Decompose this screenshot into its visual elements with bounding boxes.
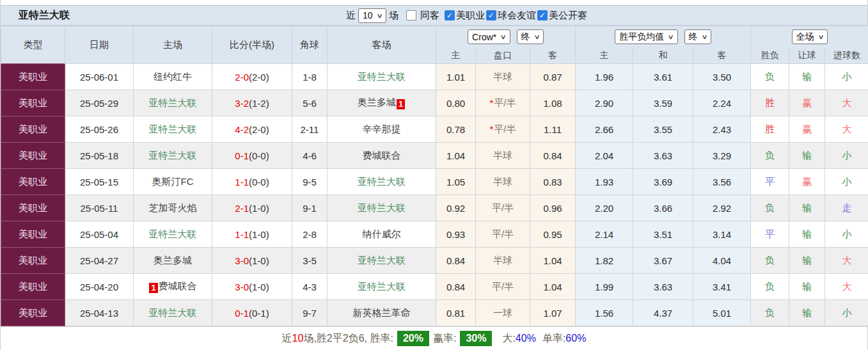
header-corner: 角球	[292, 26, 327, 64]
home-team-link[interactable]: 亚特兰大联	[149, 228, 197, 239]
handicap-line-cell: *平/半	[476, 90, 530, 116]
company-select-value: Crow*	[472, 32, 496, 42]
europe-time-select[interactable]: 终 ∨	[684, 29, 711, 44]
league-filter-label-friendly: 球会友谊	[498, 10, 536, 22]
scope-select[interactable]: 全场 ∨	[792, 29, 828, 44]
europe-home-odds: 2.14	[576, 221, 633, 248]
half-score: (1-0)	[249, 229, 269, 240]
same-away-checkbox[interactable]	[406, 10, 416, 20]
home-team-link[interactable]: 亚特兰大联	[149, 123, 197, 134]
league-filter-checkbox-friendly[interactable]: ✓	[486, 10, 496, 20]
europe-home-odds: 2.90	[576, 90, 633, 116]
home-team-link[interactable]: 费城联合	[159, 280, 197, 291]
asia-away-odds: 0.96	[530, 195, 576, 221]
league-filter-checkbox-open-cup[interactable]: ✓	[537, 10, 548, 20]
match-row: 美职业25-05-29亚特兰大联3-2(1-2)5-6奥兰多城10.80*平/半…	[1, 90, 868, 116]
recent-count-select[interactable]: 10 ∨	[358, 8, 386, 23]
europe-away-odds: 3.56	[693, 169, 751, 195]
home-team-link[interactable]: 亚特兰大联	[149, 150, 197, 161]
handicap-line-cell: 半球	[476, 248, 530, 274]
handicap-result-cell: 输	[789, 64, 825, 90]
europe-odds-header: 胜平负均值 ∨ 终 ∨	[576, 26, 751, 48]
away-team-link[interactable]: 辛辛那提	[363, 123, 401, 134]
company-time-value: 终	[521, 31, 530, 43]
away-team-link[interactable]: 亚特兰大联	[358, 71, 406, 82]
match-row: 美职业25-05-18亚特兰大联0-1(0-0)4-6费城联合1.04半球0.8…	[1, 143, 868, 169]
home-team-link[interactable]: 奥斯汀FC	[152, 176, 194, 187]
outcome-cell: 负	[751, 300, 789, 326]
europe-home-odds: 1.56	[576, 300, 633, 326]
league-cell: 美职业	[1, 195, 65, 221]
league-cell: 美职业	[1, 143, 65, 169]
league-filter-checkbox-mls[interactable]: ✓	[445, 10, 455, 20]
corner-cell: 9-1	[292, 195, 327, 221]
home-team-link[interactable]: 奥兰多城	[154, 255, 192, 266]
asia-home-odds: 0.92	[436, 195, 476, 221]
match-row: 美职业25-06-01纽约红牛2-0(2-0)1-8亚特兰大联1.01半球0.8…	[1, 64, 868, 90]
league-cell: 美职业	[1, 64, 65, 90]
single-rate-value: 60%	[565, 333, 586, 344]
league-filter-label-mls: 美职业	[456, 10, 485, 22]
score-cell: 0-1(0-0)	[212, 143, 292, 169]
company-select[interactable]: Crow* ∨	[468, 29, 510, 44]
asia-away-odds: 1.07	[530, 300, 576, 326]
goals-result-cell: 小	[825, 143, 868, 169]
filter-controls: 近 10 ∨ 场 同客 ✓ 美职业 ✓ 球会友谊 ✓ 美公开赛	[343, 6, 587, 25]
handicap-result-cell: 输	[789, 143, 825, 169]
handicap-line-cell: 一球	[476, 300, 530, 326]
recent-label: 近	[346, 10, 356, 22]
home-team-link[interactable]: 亚特兰大联	[149, 307, 197, 318]
home-team-cell: 亚特兰大联	[134, 90, 212, 116]
scope-select-value: 全场	[796, 31, 814, 43]
home-team-link[interactable]: 芝加哥火焰	[149, 202, 197, 213]
header-date: 日期	[65, 26, 134, 64]
header-type: 类型	[1, 26, 65, 64]
europe-draw-odds: 3.63	[633, 274, 693, 300]
away-team-link[interactable]: 新英格兰革命	[353, 307, 411, 318]
goals-result-cell: 小	[825, 300, 868, 326]
away-team-link[interactable]: 亚特兰大联	[358, 202, 406, 213]
away-team-link[interactable]: 费城联合	[363, 150, 401, 161]
match-row: 美职业25-04-201费城联合3-0(1-0)4-3亚特兰大联0.84平/半1…	[1, 274, 868, 300]
big-rate-label: 大:	[502, 332, 515, 346]
full-score: 0-1	[235, 308, 249, 319]
home-team-cell: 奥斯汀FC	[134, 169, 212, 195]
score-cell: 2-0(2-0)	[212, 64, 292, 90]
date-cell: 25-05-18	[65, 143, 134, 169]
header-asia-away: 客	[530, 48, 576, 64]
away-team-link[interactable]: 亚特兰大联	[358, 255, 406, 266]
away-team-link[interactable]: 纳什威尔	[363, 228, 401, 239]
away-team-link[interactable]: 亚特兰大联	[358, 176, 406, 187]
league-cell: 美职业	[1, 248, 65, 274]
full-score: 1-1	[235, 229, 249, 240]
asia-away-odds: 0.87	[530, 64, 576, 90]
win-rate-badge: 20%	[397, 331, 429, 346]
league-cell: 美职业	[1, 116, 65, 143]
big-rate-value: 40%	[516, 333, 536, 344]
away-team-cell: 奥兰多城1	[327, 90, 436, 116]
date-cell: 25-04-20	[65, 274, 134, 300]
date-cell: 25-05-04	[65, 221, 134, 248]
europe-draw-odds: 3.55	[633, 116, 693, 143]
company-time-select[interactable]: 终 ∨	[517, 29, 544, 44]
header-outcome: 胜负	[751, 48, 789, 64]
same-away-label: 同客	[420, 10, 439, 22]
away-team-link[interactable]: 奥兰多城	[358, 97, 396, 107]
top-strip	[1, 0, 867, 5]
handicap-result-cell: 输	[789, 300, 825, 326]
away-team-link[interactable]: 亚特兰大联	[358, 281, 406, 292]
outcome-cell: 胜	[751, 90, 789, 116]
asia-away-odds: 1.11	[530, 116, 576, 143]
chevron-down-icon: ∨	[500, 33, 507, 40]
header-eu-draw: 和	[633, 48, 693, 64]
goals-result-cell: 大	[825, 90, 868, 116]
outcome-cell: 胜	[751, 116, 789, 143]
home-team-link[interactable]: 亚特兰大联	[149, 97, 197, 108]
asia-home-odds: 0.84	[436, 248, 476, 274]
goals-result-cell: 大	[825, 116, 868, 143]
europe-avg-select[interactable]: 胜平负均值 ∨	[615, 29, 677, 44]
check-icon: ✓	[446, 12, 453, 19]
score-cell: 2-1(1-0)	[212, 195, 292, 221]
europe-home-odds: 1.93	[576, 169, 633, 195]
home-team-link[interactable]: 纽约红牛	[154, 71, 192, 82]
